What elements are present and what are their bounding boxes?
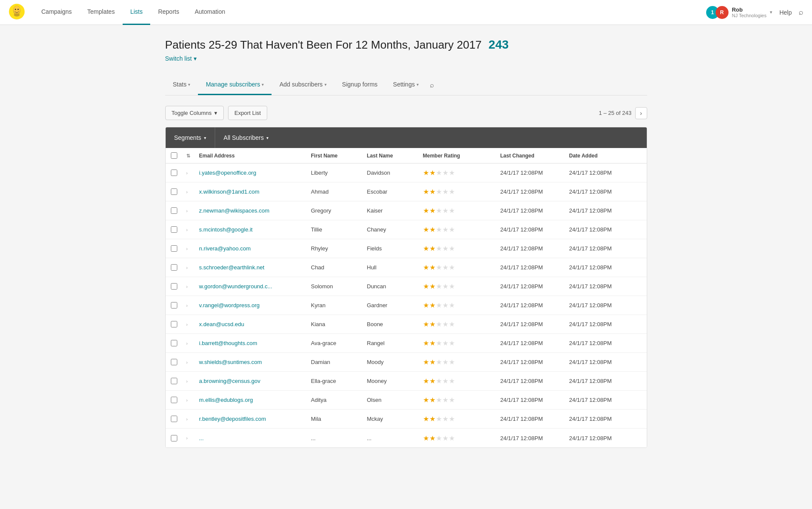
col-member-rating[interactable]: Member Rating: [420, 153, 497, 159]
help-link[interactable]: Help: [779, 9, 792, 16]
row-checkbox[interactable]: [171, 340, 177, 346]
row-checkbox-cell[interactable]: [166, 336, 183, 351]
subnav-signup-forms[interactable]: Signup forms: [334, 75, 385, 95]
row-expand-arrow[interactable]: ›: [183, 261, 196, 275]
row-checkbox[interactable]: [171, 188, 177, 195]
row-checkbox-cell[interactable]: [166, 203, 183, 218]
row-checkbox[interactable]: [171, 207, 177, 214]
star-4: ★: [442, 377, 448, 385]
toggle-columns-button[interactable]: Toggle Columns ▾: [165, 106, 224, 120]
row-checkbox[interactable]: [171, 264, 177, 271]
select-all-checkbox-col[interactable]: [166, 152, 183, 159]
nav-item-automation[interactable]: Automation: [187, 0, 233, 25]
row-checkbox-cell[interactable]: [166, 373, 183, 389]
row-checkbox[interactable]: [171, 378, 177, 384]
row-checkbox-cell[interactable]: [166, 184, 183, 199]
row-checkbox[interactable]: [171, 435, 177, 441]
row-checkbox-cell[interactable]: [166, 222, 183, 237]
row-expand-arrow[interactable]: ›: [183, 242, 196, 256]
row-checkbox[interactable]: [171, 302, 177, 308]
row-email[interactable]: ...: [196, 431, 308, 446]
row-checkbox[interactable]: [171, 245, 177, 252]
row-email[interactable]: r.bentley@depositfiles.com: [196, 411, 308, 426]
star-3: ★: [436, 320, 442, 328]
subscriber-count: 243: [488, 38, 509, 52]
subnav-manage-subscribers[interactable]: Manage subscribers ▾: [198, 75, 272, 95]
row-checkbox[interactable]: [171, 416, 177, 422]
col-first-name[interactable]: First Name: [308, 153, 364, 159]
row-expand-arrow[interactable]: ›: [183, 336, 196, 350]
row-checkbox[interactable]: [171, 397, 177, 403]
row-checkbox-cell[interactable]: [166, 355, 183, 370]
row-checkbox[interactable]: [171, 170, 177, 176]
pagination-next-button[interactable]: ›: [635, 107, 647, 119]
subnav-settings[interactable]: Settings ▾: [385, 75, 426, 95]
row-checkbox-cell[interactable]: [166, 411, 183, 426]
row-checkbox-cell[interactable]: [166, 279, 183, 294]
row-email[interactable]: z.newman@wikispaces.com: [196, 203, 308, 218]
row-email[interactable]: s.schroeder@earthlink.net: [196, 260, 308, 275]
row-checkbox[interactable]: [171, 283, 177, 290]
row-expand-arrow[interactable]: ›: [183, 412, 196, 426]
row-checkbox-cell[interactable]: [166, 392, 183, 407]
row-email[interactable]: i.barrett@thoughts.com: [196, 336, 308, 351]
row-checkbox-cell[interactable]: [166, 241, 183, 256]
row-expand-arrow[interactable]: ›: [183, 185, 196, 199]
select-all-checkbox[interactable]: [171, 152, 177, 159]
subnav-search-icon[interactable]: ⌕: [430, 81, 434, 89]
logo[interactable]: [9, 3, 25, 21]
row-checkbox[interactable]: [171, 359, 177, 365]
row-checkbox-cell[interactable]: [166, 298, 183, 313]
row-email[interactable]: s.mcintosh@google.it: [196, 222, 308, 237]
star-1: ★: [423, 282, 429, 290]
row-email[interactable]: x.wilkinson@1and1.com: [196, 184, 308, 199]
table-header-dark: Segments ▾ All Subscribers ▾: [166, 127, 647, 148]
row-expand-arrow[interactable]: ›: [183, 166, 196, 180]
table-row: › s.schroeder@earthlink.net Chad Hull ★★…: [166, 258, 647, 277]
all-subscribers-button[interactable]: All Subscribers ▾: [215, 127, 277, 148]
row-email[interactable]: n.rivera@yahoo.com: [196, 241, 308, 256]
search-icon[interactable]: ⌕: [799, 8, 803, 17]
row-last-name: Rangel: [364, 336, 420, 351]
row-email[interactable]: x.dean@ucsd.edu: [196, 317, 308, 332]
switch-list-button[interactable]: Switch list ▾: [165, 55, 647, 62]
subnav-add-subscribers[interactable]: Add subscribers ▾: [272, 75, 334, 95]
col-last-name[interactable]: Last Name: [364, 153, 420, 159]
col-email-address[interactable]: Email Address: [196, 153, 308, 159]
row-expand-arrow[interactable]: ›: [183, 355, 196, 369]
row-expand-arrow[interactable]: ›: [183, 431, 196, 445]
row-last-name: Mooney: [364, 373, 420, 389]
nav-item-campaigns[interactable]: Campaigns: [34, 0, 80, 25]
row-email[interactable]: a.browning@census.gov: [196, 373, 308, 389]
row-checkbox-cell[interactable]: [166, 431, 183, 446]
user-menu[interactable]: 1 R Rob NJ Technologies ▾: [706, 6, 773, 19]
export-list-button[interactable]: Export List: [228, 106, 267, 120]
row-checkbox-cell[interactable]: [166, 165, 183, 180]
subnav-stats[interactable]: Stats ▾: [165, 75, 198, 95]
row-email[interactable]: v.rangel@wordpress.org: [196, 298, 308, 313]
col-last-changed[interactable]: Last Changed: [497, 153, 566, 159]
col-sort[interactable]: ⇅: [183, 153, 196, 159]
row-expand-arrow[interactable]: ›: [183, 280, 196, 293]
row-expand-arrow[interactable]: ›: [183, 318, 196, 331]
nav-item-reports[interactable]: Reports: [150, 0, 187, 25]
row-email[interactable]: w.gordon@wunderground.c...: [196, 279, 308, 294]
row-email[interactable]: m.ellis@edublogs.org: [196, 392, 308, 407]
row-expand-arrow[interactable]: ›: [183, 223, 196, 237]
row-email[interactable]: w.shields@suntimes.com: [196, 355, 308, 370]
row-email[interactable]: i.yates@openoffice.org: [196, 165, 308, 180]
row-expand-arrow[interactable]: ›: [183, 393, 196, 407]
row-expand-arrow[interactable]: ›: [183, 299, 196, 312]
nav-item-lists[interactable]: Lists: [123, 0, 151, 25]
row-checkbox[interactable]: [171, 321, 177, 327]
row-expand-arrow[interactable]: ›: [183, 374, 196, 388]
subnav-manage-chevron: ▾: [262, 82, 264, 87]
nav-item-templates[interactable]: Templates: [80, 0, 123, 25]
row-checkbox-cell[interactable]: [166, 317, 183, 332]
row-checkbox[interactable]: [171, 226, 177, 233]
segments-button[interactable]: Segments ▾: [166, 127, 215, 148]
row-expand-arrow[interactable]: ›: [183, 204, 196, 218]
row-rating: ★★★★★: [420, 410, 497, 427]
row-checkbox-cell[interactable]: [166, 260, 183, 275]
col-date-added[interactable]: Date Added: [566, 153, 635, 159]
